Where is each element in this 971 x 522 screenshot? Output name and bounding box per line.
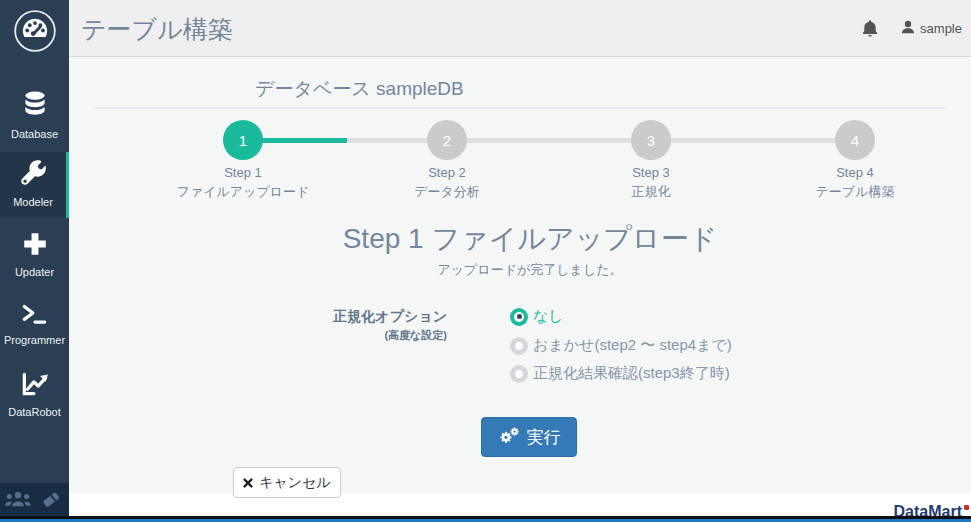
line-chart-icon bbox=[19, 384, 51, 401]
plus-icon bbox=[21, 244, 49, 261]
app-logo[interactable] bbox=[0, 8, 69, 58]
top-navbar: テーブル構築 sample bbox=[69, 0, 971, 57]
gauge-logo-icon bbox=[12, 8, 58, 58]
user-menu[interactable]: sample bbox=[901, 20, 962, 37]
step-number: 4 bbox=[851, 132, 859, 149]
radio-option-confirm[interactable]: 正規化結果確認(step3終了時) bbox=[510, 364, 730, 383]
sidebar-item-database[interactable]: Database bbox=[0, 84, 69, 146]
database-subtitle: データベース sampleDB bbox=[255, 76, 464, 102]
step-caption: ファイルアップロード bbox=[143, 182, 343, 201]
radio-label: なし bbox=[533, 307, 564, 326]
step-name: Step 1 bbox=[143, 163, 343, 182]
gears-icon bbox=[498, 426, 520, 449]
user-icon bbox=[901, 20, 915, 37]
radio-option-auto[interactable]: おまかせ(step2 〜 step4まで) bbox=[510, 336, 732, 355]
sidebar-item-label: DataRobot bbox=[0, 406, 69, 418]
username: sample bbox=[920, 21, 962, 36]
x-icon bbox=[243, 475, 253, 491]
main-content: データベース sampleDB 1 2 3 4 Step 1 ファイルアップロー… bbox=[69, 57, 971, 493]
upload-complete-message: アップロードが完了しました。 bbox=[69, 261, 971, 279]
sidebar-item-label: Updater bbox=[0, 266, 69, 278]
radio-unselected-icon[interactable] bbox=[510, 365, 528, 383]
sidebar-item-label: Modeler bbox=[0, 196, 66, 208]
normalization-option-label: 正規化オプション (高度な設定) bbox=[243, 308, 447, 345]
app-window: Database Modeler Updater bbox=[0, 0, 971, 522]
radio-option-none[interactable]: なし bbox=[510, 307, 564, 326]
form-label-sub: (高度な設定) bbox=[243, 325, 447, 345]
execute-button[interactable]: 実行 bbox=[481, 417, 577, 457]
radio-unselected-icon[interactable] bbox=[510, 337, 528, 355]
title-divider bbox=[95, 107, 945, 109]
radio-label: 正規化結果確認(step3終了時) bbox=[533, 364, 730, 383]
step-heading: Step 1 ファイルアップロード bbox=[69, 220, 971, 258]
step-number: 1 bbox=[239, 132, 247, 149]
step-circle-4: 4 bbox=[835, 120, 875, 160]
step-label-3: Step 3 正規化 bbox=[551, 163, 751, 201]
sidebar-item-datarobot[interactable]: DataRobot bbox=[0, 364, 69, 426]
step-name: Step 4 bbox=[755, 163, 955, 182]
step-label-2: Step 2 データ分析 bbox=[347, 163, 547, 201]
step-name: Step 2 bbox=[347, 163, 547, 182]
step-circle-3: 3 bbox=[631, 120, 671, 160]
footer-logo: DataMart bbox=[894, 502, 969, 516]
step-caption: 正規化 bbox=[551, 182, 751, 201]
wrench-icon bbox=[18, 174, 48, 191]
sidebar-item-label: Database bbox=[0, 128, 69, 140]
step-caption: テーブル構築 bbox=[755, 182, 955, 201]
form-label-main: 正規化オプション bbox=[243, 308, 447, 325]
sidebar-footer bbox=[0, 483, 69, 516]
footer-logo-text: DataMart bbox=[894, 502, 962, 516]
radio-selected-icon[interactable] bbox=[510, 308, 528, 326]
step-number: 3 bbox=[647, 132, 655, 149]
eraser-icon[interactable] bbox=[37, 489, 65, 511]
execute-button-label: 実行 bbox=[527, 426, 561, 449]
step-label-1: Step 1 ファイルアップロード bbox=[143, 163, 343, 201]
page-footer: DataMart bbox=[69, 493, 971, 516]
sidebar: Database Modeler Updater bbox=[0, 0, 69, 516]
step-circle-2: 2 bbox=[427, 120, 467, 160]
footer-logo-dot bbox=[964, 505, 969, 510]
cancel-button[interactable]: キャンセル bbox=[233, 467, 341, 498]
step-caption: データ分析 bbox=[347, 182, 547, 201]
database-icon bbox=[22, 106, 48, 123]
notifications-button[interactable] bbox=[862, 19, 878, 42]
step-number: 2 bbox=[443, 132, 451, 149]
sidebar-item-updater[interactable]: Updater bbox=[0, 224, 69, 286]
sidebar-item-programmer[interactable]: Programmer bbox=[0, 296, 69, 358]
sidebar-item-label: Programmer bbox=[0, 334, 69, 346]
bell-icon bbox=[862, 24, 878, 41]
step-name: Step 3 bbox=[551, 163, 751, 182]
page-title: テーブル構築 bbox=[81, 13, 233, 46]
cancel-button-label: キャンセル bbox=[259, 474, 331, 492]
radio-label: おまかせ(step2 〜 step4まで) bbox=[533, 336, 732, 355]
step-label-4: Step 4 テーブル構築 bbox=[755, 163, 955, 201]
terminal-icon bbox=[20, 312, 50, 329]
step-circle-1: 1 bbox=[223, 120, 263, 160]
sidebar-item-modeler[interactable]: Modeler bbox=[0, 152, 69, 218]
users-group-icon[interactable] bbox=[4, 489, 32, 511]
